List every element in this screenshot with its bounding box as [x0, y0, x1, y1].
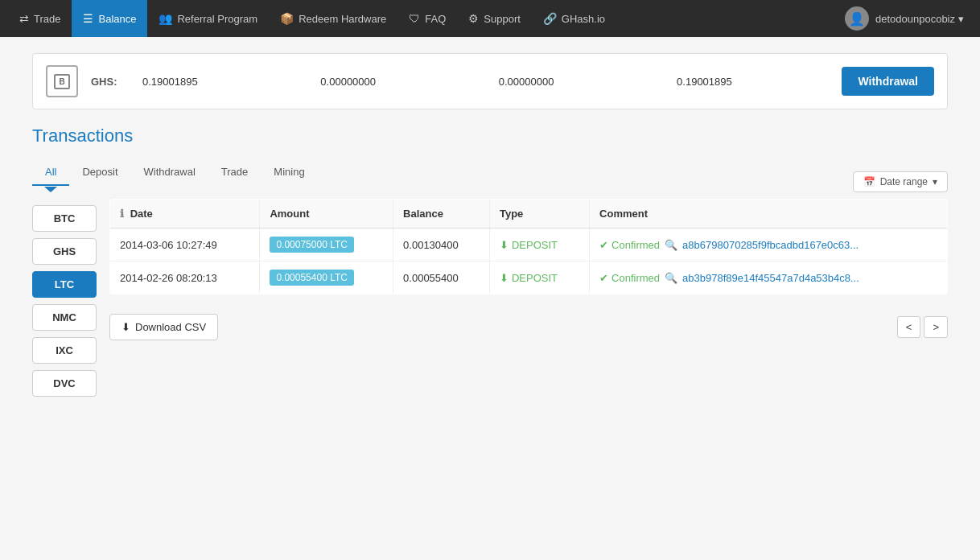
balance-values: 0.19001895 0.00000000 0.00000000 0.19001…: [130, 76, 842, 88]
support-icon: ⚙: [468, 12, 479, 25]
row1-comment: ✔ Confirmed 🔍 a8b6798070285f9fbcadbd167e…: [590, 229, 948, 261]
nav-balance[interactable]: ☰ Balance: [72, 0, 147, 37]
nav-trade[interactable]: ⇄ Trade: [8, 0, 72, 37]
main-content: B GHS: 0.19001895 0.00000000 0.00000000 …: [0, 37, 980, 560]
download-csv-button[interactable]: ⬇ Download CSV: [109, 314, 218, 340]
transactions-title: Transactions: [32, 126, 948, 146]
nav-faq[interactable]: 🛡 FAQ: [397, 0, 457, 37]
referral-icon: 👥: [159, 12, 172, 25]
currency-btn-ixc[interactable]: IXC: [32, 337, 97, 364]
transactions-body: BTC GHS LTC NMC IXC DVC ℹ Date: [32, 192, 948, 397]
row1-type: ⬇ DEPOSIT: [489, 229, 589, 261]
trade-icon: ⇄: [19, 12, 29, 25]
nav-support[interactable]: ⚙ Support: [457, 0, 532, 37]
tab-mining[interactable]: Mining: [261, 159, 317, 193]
balance-value-3: 0.00000000: [486, 76, 664, 88]
row1-amount: 0.00075000 LTC: [260, 229, 393, 261]
ghash-icon: 🔗: [543, 12, 557, 25]
col-balance: Balance: [393, 200, 490, 229]
row1-hash[interactable]: a8b6798070285f9fbcadbd167e0c63...: [682, 239, 859, 251]
row2-hash[interactable]: ab3b978f89e14f45547a7d4a53b4c8...: [682, 272, 859, 284]
tab-trade[interactable]: Trade: [208, 159, 261, 193]
balance-icon: ☰: [83, 12, 93, 25]
check-icon: ✔: [599, 239, 608, 251]
withdrawal-button[interactable]: Withdrawal: [842, 67, 934, 96]
col-amount: Amount: [260, 200, 393, 229]
currency-btn-dvc[interactable]: DVC: [32, 370, 97, 397]
transactions-table: ℹ Date Amount Balance Type: [109, 199, 948, 294]
currency-btn-nmc[interactable]: NMC: [32, 304, 97, 331]
download-icon: ⬇: [500, 239, 509, 251]
row2-amount: 0.00055400 LTC: [260, 261, 393, 294]
tab-withdrawal[interactable]: Withdrawal: [131, 159, 208, 193]
pagination-next[interactable]: >: [924, 316, 948, 338]
date-range-caret-icon: ▾: [933, 176, 937, 187]
table-row: 2014-03-06 10:27:49 0.00075000 LTC 0.001…: [110, 229, 948, 261]
user-caret-icon: ▾: [958, 13, 964, 25]
avatar: 👤: [845, 6, 869, 31]
currency-label: GHS:: [91, 76, 123, 88]
balance-row: B GHS: 0.19001895 0.00000000 0.00000000 …: [32, 53, 948, 109]
row1-date: 2014-03-06 10:27:49: [110, 229, 260, 261]
date-range-button[interactable]: 📅 Date range ▾: [853, 171, 948, 192]
table-row: 2014-02-26 08:20:13 0.00055400 LTC 0.000…: [110, 261, 948, 294]
download-icon: ⬇: [500, 272, 509, 284]
top-navigation: ⇄ Trade ☰ Balance 👥 Referral Program 📦 R…: [0, 0, 980, 37]
currency-btn-ltc[interactable]: LTC: [32, 271, 97, 298]
row2-balance: 0.00055400: [393, 261, 490, 294]
calendar-icon: 📅: [863, 176, 875, 187]
search-icon: 🔍: [665, 272, 677, 284]
currency-icon: B: [46, 65, 78, 97]
row1-balance: 0.00130400: [393, 229, 490, 261]
download-csv-icon: ⬇: [121, 321, 130, 333]
currency-sidebar: BTC GHS LTC NMC IXC DVC: [32, 192, 97, 397]
table-area: ℹ Date Amount Balance Type: [109, 192, 948, 397]
col-type: Type: [489, 200, 589, 229]
row2-type: ⬇ DEPOSIT: [489, 261, 589, 294]
balance-value-4: 0.19001895: [664, 76, 842, 88]
amount-badge: 0.00075000 LTC: [270, 237, 354, 253]
info-icon: ℹ: [120, 208, 124, 220]
search-icon: 🔍: [665, 239, 677, 251]
amount-badge: 0.00055400 LTC: [270, 270, 354, 286]
currency-btn-btc[interactable]: BTC: [32, 205, 97, 232]
row2-date: 2014-02-26 08:20:13: [110, 261, 260, 294]
nav-redeem[interactable]: 📦 Redeem Hardware: [269, 0, 397, 37]
faq-icon: 🛡: [409, 12, 420, 25]
redeem-icon: 📦: [280, 12, 294, 25]
username: detodounpocobiz: [875, 13, 955, 25]
tab-deposit[interactable]: Deposit: [69, 159, 130, 193]
tab-all[interactable]: All: [32, 159, 69, 186]
col-date[interactable]: ℹ Date: [110, 200, 260, 229]
nav-referral[interactable]: 👥 Referral Program: [147, 0, 269, 37]
user-menu[interactable]: 👤 detodounpocobiz ▾: [837, 6, 972, 31]
check-icon: ✔: [599, 272, 608, 284]
currency-btn-ghs[interactable]: GHS: [32, 238, 97, 265]
transactions-section: Transactions All Deposit Withdrawal Trad…: [32, 126, 948, 397]
nav-ghash[interactable]: 🔗 GHash.io: [532, 0, 616, 37]
balance-value-1: 0.19001895: [130, 76, 307, 88]
col-comment: Comment: [590, 200, 948, 229]
row2-comment: ✔ Confirmed 🔍 ab3b978f89e14f45547a7d4a53…: [590, 261, 948, 294]
pagination: < >: [897, 316, 948, 338]
date-range-label: Date range: [880, 176, 928, 187]
pagination-prev[interactable]: <: [897, 316, 921, 338]
balance-value-2: 0.00000000: [307, 76, 485, 88]
tab-active-indicator: [44, 187, 57, 192]
